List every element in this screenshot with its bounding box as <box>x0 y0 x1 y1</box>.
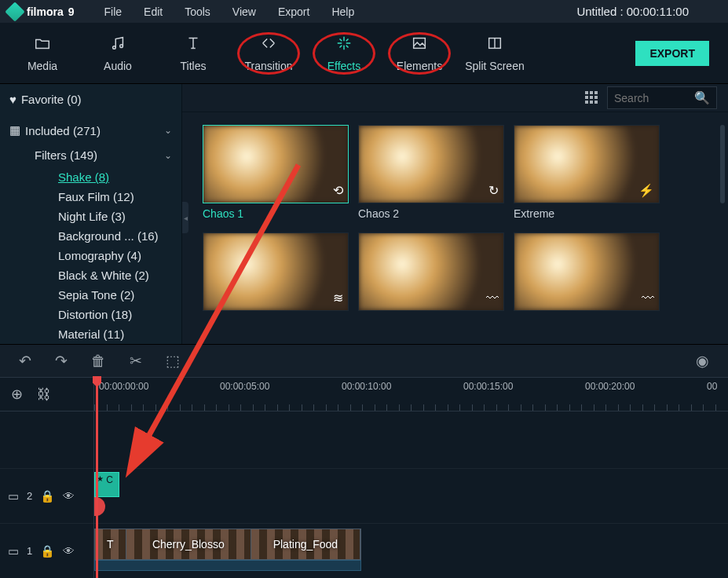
tool-transition[interactable]: Transition <box>231 26 306 81</box>
tool-effects[interactable]: Effects <box>306 26 382 81</box>
tool-titles[interactable]: Titles <box>155 26 231 81</box>
grid-view-icon[interactable] <box>585 91 599 105</box>
sidebar-favorite[interactable]: ♥ Favorite (0) <box>0 87 181 112</box>
render-preview-icon[interactable]: ◉ <box>696 352 709 370</box>
track-header-2: ▭ 2 🔒 👁 <box>0 468 93 523</box>
sidebar-item-material[interactable]: Material (11) <box>0 324 181 344</box>
tool-elements[interactable]: Elements <box>382 26 457 81</box>
app-name: filmora <box>27 5 64 18</box>
search-box[interactable]: 🔍 <box>607 86 717 109</box>
eye-icon[interactable]: 👁 <box>63 544 75 558</box>
redo-icon[interactable]: ↷ <box>55 352 68 370</box>
sparkle-icon <box>335 35 353 55</box>
tool-effects-label: Effects <box>327 60 361 72</box>
sidebar-item-sepia[interactable]: Sepia Tone (2) <box>0 285 181 305</box>
effects-header: 🔍 <box>182 84 728 112</box>
effects-grid: ⟲ Chaos 1 ↻ Chaos 2 ⚡ Extreme ≋ 〰 〰 <box>182 112 728 344</box>
text-icon <box>185 35 202 55</box>
sidebar-item-background[interactable]: Background ... (16) <box>0 226 181 246</box>
video-clips[interactable]: T Cherry_Blosso Plating_Food <box>94 529 361 560</box>
menu-view[interactable]: View <box>221 2 267 21</box>
middle-panel: ♥ Favorite (0) ▦ Included (271) ⌄ Filter… <box>0 84 728 344</box>
track-number: 2 <box>27 490 32 502</box>
split-icon <box>486 35 503 55</box>
effect-item[interactable]: 〰 <box>514 232 660 315</box>
menu-help[interactable]: Help <box>320 2 365 21</box>
sidebar-item-shake[interactable]: Shake (8) <box>0 167 181 187</box>
music-icon <box>109 35 126 55</box>
tool-media[interactable]: Media <box>5 26 80 81</box>
eye-icon[interactable]: 👁 <box>63 489 75 503</box>
spark-icon: ⚡ <box>638 183 654 198</box>
logo-diamond-icon <box>5 2 24 21</box>
app-logo: filmora9 <box>8 5 74 19</box>
video-track-icon: ▭ <box>8 489 19 503</box>
menubar: filmora9 File Edit Tools View Export Hel… <box>0 0 728 23</box>
effects-panel: 🔍 ⟲ Chaos 1 ↻ Chaos 2 ⚡ Extreme ≋ 〰 <box>182 84 728 344</box>
search-icon: 🔍 <box>694 90 710 105</box>
svg-point-0 <box>113 46 116 49</box>
sidebar-item-fauxfilm[interactable]: Faux Film (12) <box>0 187 181 207</box>
ruler-area[interactable]: 00:00:00:00 00:00:05:00 00:00:10:00 00:0… <box>94 378 728 411</box>
export-button[interactable]: EXPORT <box>635 41 709 66</box>
sidebar-included-label: Included (271) <box>25 124 101 137</box>
effect-item[interactable]: ≋ <box>203 232 349 315</box>
effects-sidebar: ♥ Favorite (0) ▦ Included (271) ⌄ Filter… <box>0 84 182 344</box>
sidebar-included[interactable]: ▦ Included (271) ⌄ <box>0 118 181 143</box>
app-version: 9 <box>68 5 75 18</box>
track-number: 1 <box>27 545 32 557</box>
audio-waveform[interactable] <box>94 560 361 571</box>
effect-item-chaos1[interactable]: ⟲ Chaos 1 <box>203 125 349 220</box>
pulse-icon: 〰 <box>486 291 499 305</box>
delete-icon[interactable]: 🗑 <box>91 353 106 370</box>
search-input[interactable] <box>614 92 694 104</box>
sidebar-filters-label: Filters (149) <box>35 148 97 162</box>
cut-icon[interactable]: ✂ <box>130 352 142 370</box>
add-marker-icon[interactable]: ⊕ <box>11 386 23 403</box>
tool-splitscreen[interactable]: Split Screen <box>457 26 532 81</box>
lane-spacer <box>94 412 728 468</box>
transition-icon <box>260 35 277 55</box>
tool-audio[interactable]: Audio <box>80 26 155 81</box>
playhead[interactable] <box>96 378 97 411</box>
sidebar-item-lomography[interactable]: Lomography (4) <box>0 246 181 265</box>
sidebar-item-distortion[interactable]: Distortion (18) <box>0 305 181 324</box>
crop-icon[interactable]: ⬚ <box>166 352 180 370</box>
menu-edit[interactable]: Edit <box>133 2 174 21</box>
tool-media-label: Media <box>27 60 57 72</box>
tool-titles-label: Titles <box>181 60 207 72</box>
grid-small-icon: ▦ <box>9 123 20 137</box>
document-title: Untitled : 00:00:11:00 <box>576 5 689 18</box>
video-clip[interactable]: Cherry_Blosso <box>126 529 251 559</box>
menu-tools[interactable]: Tools <box>174 2 221 21</box>
svg-rect-2 <box>414 38 426 48</box>
track-2-lane[interactable]: ★ C <box>94 468 728 523</box>
lock-all-icon[interactable]: ⛓ <box>37 386 51 403</box>
track-lanes[interactable]: ★ C T Cherry_Blosso Plating_Food <box>94 412 728 578</box>
chevron-down-icon: ⌄ <box>164 125 172 136</box>
pulse-icon: 〰 <box>642 291 654 305</box>
video-track-icon: ▭ <box>8 544 19 558</box>
video-clip[interactable]: Plating_Food <box>251 529 360 559</box>
track-1-lane[interactable]: T Cherry_Blosso Plating_Food <box>94 523 728 578</box>
menu-file[interactable]: File <box>93 2 133 21</box>
effect-item-extreme[interactable]: ⚡ Extreme <box>514 125 660 220</box>
folder-icon <box>34 35 51 55</box>
lock-icon[interactable]: 🔒 <box>40 489 55 503</box>
effect-item[interactable]: 〰 <box>358 232 504 315</box>
effect-item-chaos2[interactable]: ↻ Chaos 2 <box>358 125 504 220</box>
menu-export[interactable]: Export <box>267 2 320 21</box>
undo-icon[interactable]: ↶ <box>19 352 31 370</box>
lock-icon[interactable]: 🔒 <box>40 544 55 558</box>
tool-audio-label: Audio <box>104 60 132 72</box>
tool-splitscreen-label: Split Screen <box>465 60 524 72</box>
video-clip[interactable]: T <box>95 529 126 559</box>
wavy-icon: ≋ <box>333 291 343 305</box>
sidebar-item-nightlife[interactable]: Night Life (3) <box>0 207 181 226</box>
sidebar-item-blackwhite[interactable]: Black & White (2) <box>0 265 181 285</box>
scrollbar[interactable] <box>720 125 725 203</box>
timeline-tracks: ▭ 2 🔒 👁 ▭ 1 🔒 👁 ★ C T Cherry_Blosso Plat… <box>0 412 728 578</box>
sidebar-filters[interactable]: Filters (149) ⌄ <box>0 143 181 167</box>
effect-label: Extreme <box>514 207 660 220</box>
svg-point-1 <box>120 44 123 47</box>
